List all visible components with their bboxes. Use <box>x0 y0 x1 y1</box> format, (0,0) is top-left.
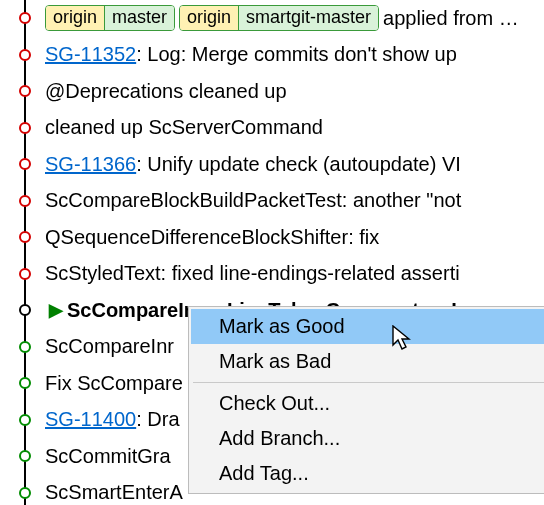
commit-row[interactable]: cleaned up ScServerCommand <box>0 110 544 147</box>
commit-row[interactable]: SG-11366 : Unify update check (autoupdat… <box>0 146 544 183</box>
head-arrow-icon: ▶ <box>49 299 63 321</box>
commit-message: ScCommitGra <box>45 445 171 468</box>
ref-branch: smartgit-master <box>239 6 378 30</box>
issue-link[interactable]: SG-11352 <box>45 43 136 66</box>
commit-row[interactable]: @Deprecations cleaned up <box>0 73 544 110</box>
menu-item-add-branch[interactable]: Add Branch... <box>191 421 544 456</box>
commit-node <box>19 377 31 389</box>
menu-item-mark-bad[interactable]: Mark as Bad <box>191 344 544 379</box>
commit-node <box>19 487 31 499</box>
commit-node <box>19 85 31 97</box>
commit-node <box>19 450 31 462</box>
commit-message: : Unify update check (autoupdate) VI <box>136 153 461 176</box>
commit-node <box>19 231 31 243</box>
commit-node <box>19 158 31 170</box>
issue-link[interactable]: SG-11366 <box>45 153 136 176</box>
commit-message: ScCompareBlockBuildPacketTest: another "… <box>45 189 461 212</box>
commit-row[interactable]: SG-11352 : Log: Merge commits don't show… <box>0 37 544 74</box>
menu-item-mark-good[interactable]: Mark as Good <box>191 309 544 344</box>
commit-node <box>19 12 31 24</box>
commit-node <box>19 268 31 280</box>
commit-message: ScStyledText: fixed line-endings-related… <box>45 262 460 285</box>
ref-tag[interactable]: origin master <box>45 5 175 31</box>
menu-item-checkout[interactable]: Check Out... <box>191 386 544 421</box>
commit-message: QSequenceDifferenceBlockShifter: fix <box>45 226 379 249</box>
commit-node <box>19 49 31 61</box>
commit-message: applied from … <box>383 7 519 30</box>
commit-message: Fix ScCompare <box>45 372 183 395</box>
ref-branch: master <box>105 6 174 30</box>
commit-row[interactable]: QSequenceDifferenceBlockShifter: fix <box>0 219 544 256</box>
commit-node <box>19 414 31 426</box>
commit-node <box>19 122 31 134</box>
commit-node <box>19 195 31 207</box>
commit-row[interactable]: ScStyledText: fixed line-endings-related… <box>0 256 544 293</box>
commit-row[interactable]: ScCompareBlockBuildPacketTest: another "… <box>0 183 544 220</box>
commit-message: ScSmartEnterA <box>45 481 183 504</box>
ref-remote: origin <box>180 6 239 30</box>
commit-message: : Log: Merge commits don't show up <box>136 43 457 66</box>
commit-message: : Dra <box>136 408 179 431</box>
ref-remote: origin <box>46 6 105 30</box>
menu-separator <box>193 382 544 383</box>
commit-node <box>19 341 31 353</box>
commit-message: @Deprecations cleaned up <box>45 80 287 103</box>
commit-row[interactable]: origin master origin smartgit-master app… <box>0 0 544 37</box>
commit-message: cleaned up ScServerCommand <box>45 116 323 139</box>
issue-link[interactable]: SG-11400 <box>45 408 136 431</box>
ref-tag[interactable]: origin smartgit-master <box>179 5 379 31</box>
commit-node-head <box>19 304 31 316</box>
context-menu: Mark as Good Mark as Bad Check Out... Ad… <box>188 306 544 494</box>
menu-item-add-tag[interactable]: Add Tag... <box>191 456 544 491</box>
commit-message: ScCompareInr <box>45 335 174 358</box>
